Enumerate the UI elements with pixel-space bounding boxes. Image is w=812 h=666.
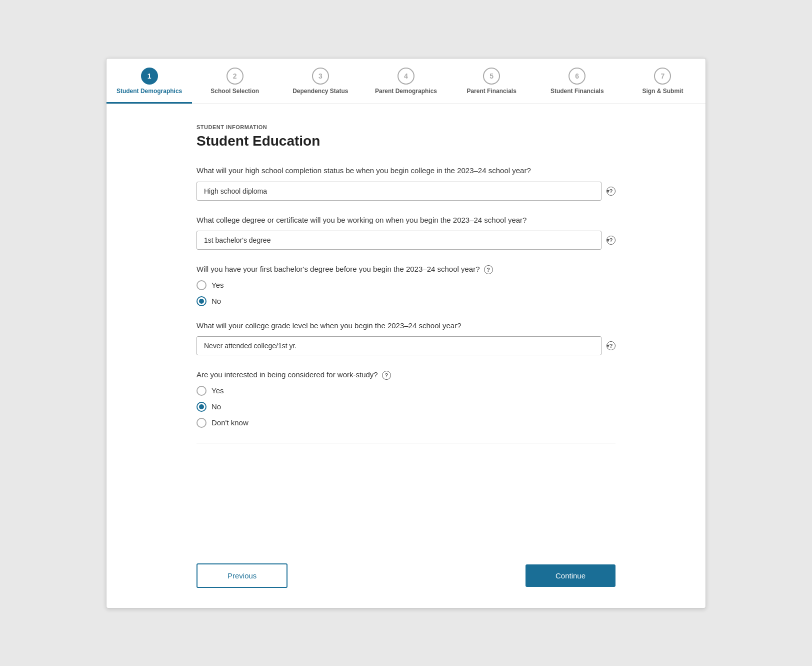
question-text-5: Are you interested in being considered f…: [196, 369, 616, 381]
step-label-3: Dependency Status: [292, 88, 348, 96]
main-content: STUDENT INFORMATION Student Education Wh…: [106, 104, 706, 553]
college-grade-level-select[interactable]: Never attended college/1st yr. 2nd year/…: [196, 336, 602, 355]
work-study-radio-group: Yes No Don't know: [196, 386, 616, 428]
question-block-5: Are you interested in being considered f…: [196, 369, 616, 428]
stepper-step-1[interactable]: 1 Student Demographics: [106, 59, 192, 104]
stepper-step-4[interactable]: 4 Parent Demographics: [363, 59, 448, 103]
section-label: STUDENT INFORMATION: [196, 124, 616, 130]
radio-item-yes-q5[interactable]: Yes: [196, 386, 616, 396]
step-circle-2: 2: [226, 68, 244, 85]
step-label-5: Parent Financials: [466, 88, 516, 96]
step-circle-1: 1: [141, 68, 158, 85]
high-school-status-select[interactable]: High school diploma GED or equivalent Ho…: [196, 182, 602, 201]
step-circle-7: 7: [654, 68, 671, 85]
select-wrapper-4: Never attended college/1st yr. 2nd year/…: [196, 336, 616, 355]
step-label-2: School Selection: [210, 88, 259, 96]
step-label-4: Parent Demographics: [375, 88, 437, 96]
stepper-step-7[interactable]: 7 Sign & Submit: [620, 59, 706, 103]
q1-help-icon[interactable]: ?: [606, 187, 616, 196]
footer-buttons: Previous Continue: [106, 553, 706, 608]
step-circle-3: 3: [312, 68, 329, 85]
question-text-4: What will your college grade level be wh…: [196, 320, 616, 332]
stepper-step-6[interactable]: 6 Student Financials: [534, 59, 620, 103]
radio-circle-no-q3: [196, 296, 206, 306]
radio-label-yes-q3: Yes: [212, 281, 224, 289]
question-text-3: Will you have your first bachelor's degr…: [196, 264, 616, 275]
question-text-1: What will your high school completion st…: [196, 165, 616, 177]
q3-help-icon[interactable]: ?: [484, 265, 493, 274]
radio-circle-yes-q3: [196, 280, 206, 290]
section-title: Student Education: [196, 133, 616, 149]
previous-button[interactable]: Previous: [196, 563, 288, 588]
q5-help-icon[interactable]: ?: [382, 371, 391, 380]
radio-item-no-q5[interactable]: No: [196, 402, 616, 412]
stepper-step-3[interactable]: 3 Dependency Status: [278, 59, 363, 103]
radio-label-no-q5: No: [212, 402, 221, 411]
stepper-step-5[interactable]: 5 Parent Financials: [449, 59, 534, 103]
radio-item-no-q3[interactable]: No: [196, 296, 616, 306]
q2-help-icon[interactable]: ?: [606, 236, 616, 245]
radio-label-dontknow-q5: Don't know: [212, 418, 248, 427]
question-block-3: Will you have your first bachelor's degr…: [196, 264, 616, 306]
radio-circle-yes-q5: [196, 386, 206, 396]
step-label-1: Student Demographics: [116, 88, 182, 96]
select-wrapper-2: 1st bachelor's degree 2nd bachelor's deg…: [196, 231, 616, 250]
question-block-1: What will your high school completion st…: [196, 165, 616, 201]
radio-item-dontknow-q5[interactable]: Don't know: [196, 418, 616, 428]
radio-circle-no-q5: [196, 402, 206, 412]
radio-circle-dontknow-q5: [196, 418, 206, 428]
question-block-4: What will your college grade level be wh…: [196, 320, 616, 356]
radio-label-yes-q5: Yes: [212, 386, 224, 395]
select-wrapper-1: High school diploma GED or equivalent Ho…: [196, 182, 616, 201]
stepper-step-2[interactable]: 2 School Selection: [192, 59, 278, 103]
step-circle-6: 6: [568, 68, 586, 85]
step-label-6: Student Financials: [550, 88, 604, 96]
stepper: 1 Student Demographics 2 School Selectio…: [106, 59, 706, 105]
bachelor-degree-radio-group: Yes No: [196, 280, 616, 306]
radio-item-yes-q3[interactable]: Yes: [196, 280, 616, 290]
college-degree-select[interactable]: 1st bachelor's degree 2nd bachelor's deg…: [196, 231, 602, 250]
section-divider: [196, 443, 616, 443]
radio-label-no-q3: No: [212, 297, 221, 305]
step-label-7: Sign & Submit: [642, 88, 683, 96]
question-text-2: What college degree or certificate will …: [196, 215, 616, 226]
question-block-2: What college degree or certificate will …: [196, 215, 616, 250]
step-circle-4: 4: [398, 68, 414, 85]
step-circle-5: 5: [483, 68, 500, 85]
continue-button[interactable]: Continue: [526, 564, 616, 587]
q4-help-icon[interactable]: ?: [606, 341, 616, 350]
